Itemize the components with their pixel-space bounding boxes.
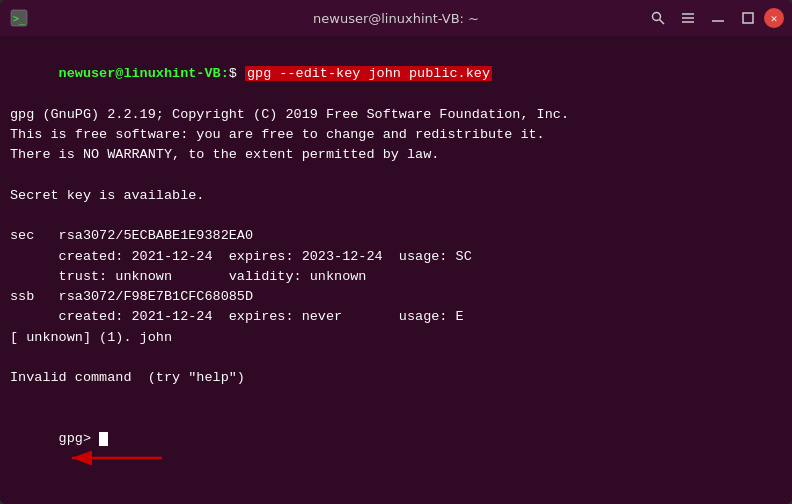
sec-trust: trust: unknown validity: unknown bbox=[10, 267, 782, 287]
titlebar: >_ newuser@linuxhint-VB: ~ bbox=[0, 0, 792, 36]
terminal-window: >_ newuser@linuxhint-VB: ~ bbox=[0, 0, 792, 504]
red-arrow-icon bbox=[67, 449, 167, 467]
cursor bbox=[99, 432, 108, 446]
svg-rect-8 bbox=[743, 13, 753, 23]
secret-key-line: Secret key is available. bbox=[10, 186, 782, 206]
maximize-button[interactable] bbox=[734, 6, 762, 30]
blank2 bbox=[10, 206, 782, 226]
uid-line: [ unknown] (1). john bbox=[10, 328, 782, 348]
prompt-symbol: $ bbox=[229, 66, 245, 81]
ssb-line: ssb rsa3072/F98E7B1CFC68085D bbox=[10, 287, 782, 307]
close-button[interactable]: ✕ bbox=[764, 8, 784, 28]
gpg-prompt-text: gpg> bbox=[59, 431, 100, 446]
sec-line: sec rsa3072/5ECBABE1E9382EA0 bbox=[10, 226, 782, 246]
ssb-dates: created: 2021-12-24 expires: never usage… bbox=[10, 307, 782, 327]
svg-text:>_: >_ bbox=[13, 13, 26, 25]
minimize-button[interactable] bbox=[704, 6, 732, 30]
output-line2: This is free software: you are free to c… bbox=[10, 125, 782, 145]
prompt-user: newuser@linuxhint-VB: bbox=[59, 66, 229, 81]
command-line: newuser@linuxhint-VB:$ gpg --edit-key jo… bbox=[10, 44, 782, 105]
invalid-command: Invalid command (try "help") bbox=[10, 368, 782, 388]
svg-line-3 bbox=[660, 20, 665, 25]
titlebar-controls: ✕ bbox=[644, 6, 784, 30]
blank4 bbox=[10, 388, 782, 408]
menu-button[interactable] bbox=[674, 6, 702, 30]
titlebar-title: newuser@linuxhint-VB: ~ bbox=[313, 11, 479, 26]
output-line1: gpg (GnuPG) 2.2.19; Copyright (C) 2019 F… bbox=[10, 105, 782, 125]
output-line3: There is NO WARRANTY, to the extent perm… bbox=[10, 145, 782, 165]
terminal-icon: >_ bbox=[8, 7, 30, 29]
svg-point-2 bbox=[653, 13, 661, 21]
search-button[interactable] bbox=[644, 6, 672, 30]
command-highlighted: gpg --edit-key john public.key bbox=[245, 66, 492, 81]
blank1 bbox=[10, 166, 782, 186]
sec-dates: created: 2021-12-24 expires: 2023-12-24 … bbox=[10, 247, 782, 267]
blank3 bbox=[10, 348, 782, 368]
terminal-content[interactable]: newuser@linuxhint-VB:$ gpg --edit-key jo… bbox=[0, 36, 792, 504]
gpg-prompt-line: gpg> bbox=[10, 409, 782, 490]
titlebar-left: >_ bbox=[8, 7, 30, 29]
